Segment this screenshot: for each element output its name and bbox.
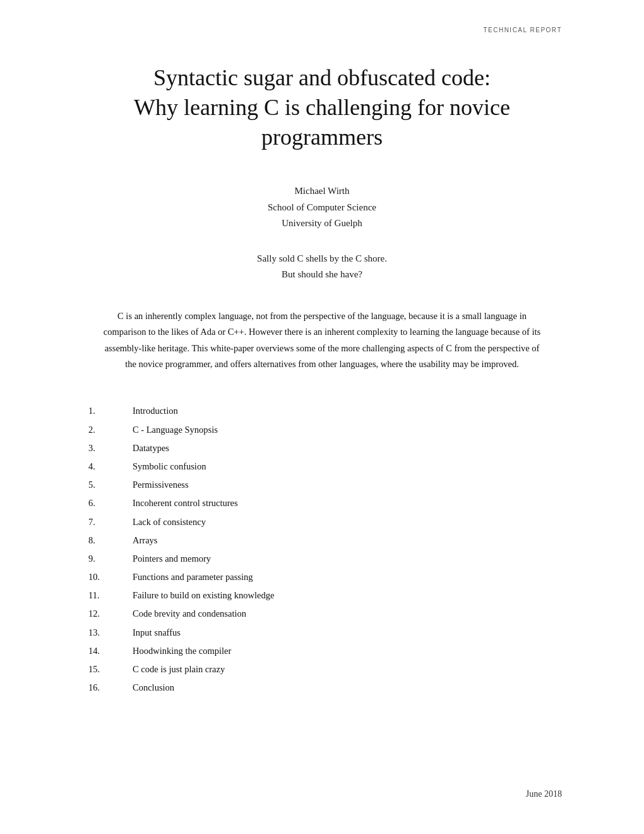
toc-number: 8. <box>88 533 133 548</box>
title-section: Syntactic sugar and obfuscated code: Why… <box>82 63 562 152</box>
toc-label: Code brevity and condensation <box>133 607 246 621</box>
author-section: Michael Wirth School of Computer Science… <box>82 183 562 232</box>
toc-number: 2. <box>88 423 133 437</box>
toc-number: 4. <box>88 459 133 474</box>
toc-number: 16. <box>88 680 133 695</box>
toc-item: 6.Incoherent control structures <box>88 496 556 511</box>
abstract-text: C is an inherently complex language, not… <box>101 308 543 373</box>
toc-number: 12. <box>88 607 133 621</box>
toc-number: 5. <box>88 478 133 492</box>
toc-item: 7.Lack of consistency <box>88 515 556 529</box>
toc-item: 12.Code brevity and condensation <box>88 607 556 621</box>
toc-label: Incoherent control structures <box>133 496 238 511</box>
footer-date: June 2018 <box>526 789 562 799</box>
author-name: Michael Wirth <box>82 183 562 200</box>
toc-number: 10. <box>88 570 133 584</box>
toc-number: 15. <box>88 662 133 677</box>
toc-label: Permissiveness <box>133 478 189 492</box>
toc-number: 9. <box>88 552 133 566</box>
toc-item: 2.C - Language Synopsis <box>88 423 556 437</box>
toc-item: 15.C code is just plain crazy <box>88 662 556 677</box>
toc-label: Pointers and memory <box>133 552 211 566</box>
toc-item: 8.Arrays <box>88 533 556 548</box>
epigraph-line1: Sally sold C shells by the C shore. <box>82 251 562 267</box>
toc-item: 4.Symbolic confusion <box>88 459 556 474</box>
toc-item: 10.Functions and parameter passing <box>88 570 556 584</box>
toc-item: 9.Pointers and memory <box>88 552 556 566</box>
technical-report-label: TECHNICAL REPORT <box>483 27 562 33</box>
toc-number: 3. <box>88 441 133 456</box>
toc-number: 6. <box>88 496 133 511</box>
toc-item: 16.Conclusion <box>88 680 556 695</box>
toc-item: 13.Input snaffus <box>88 626 556 640</box>
table-of-contents: 1.Introduction2.C - Language Synopsis3.D… <box>82 404 562 695</box>
epigraph-line2: But should she have? <box>82 267 562 283</box>
toc-label: Introduction <box>133 404 178 418</box>
page: TECHNICAL REPORT Syntactic sugar and obf… <box>0 0 644 834</box>
toc-item: 11.Failure to build on existing knowledg… <box>88 588 556 603</box>
abstract-section: C is an inherently complex language, not… <box>82 308 562 373</box>
epigraph-section: Sally sold C shells by the C shore. But … <box>82 251 562 283</box>
toc-label: Functions and parameter passing <box>133 570 253 584</box>
toc-item: 1.Introduction <box>88 404 556 418</box>
toc-number: 13. <box>88 626 133 640</box>
toc-number: 11. <box>88 588 133 603</box>
toc-label: Hoodwinking the compiler <box>133 644 231 658</box>
toc-number: 7. <box>88 515 133 529</box>
toc-label: Datatypes <box>133 441 169 456</box>
main-title: Syntactic sugar and obfuscated code: Why… <box>82 63 562 152</box>
author-university: University of Guelph <box>82 215 562 232</box>
toc-label: Lack of consistency <box>133 515 206 529</box>
toc-item: 3.Datatypes <box>88 441 556 456</box>
toc-label: C code is just plain crazy <box>133 662 225 677</box>
author-school: School of Computer Science <box>82 200 562 216</box>
toc-label: Failure to build on existing knowledge <box>133 588 274 603</box>
toc-item: 14.Hoodwinking the compiler <box>88 644 556 658</box>
toc-label: Arrays <box>133 533 157 548</box>
toc-number: 1. <box>88 404 133 418</box>
toc-number: 14. <box>88 644 133 658</box>
toc-label: Input snaffus <box>133 626 181 640</box>
toc-label: C - Language Synopsis <box>133 423 218 437</box>
toc-label: Conclusion <box>133 680 174 695</box>
toc-item: 5.Permissiveness <box>88 478 556 492</box>
toc-label: Symbolic confusion <box>133 459 206 474</box>
